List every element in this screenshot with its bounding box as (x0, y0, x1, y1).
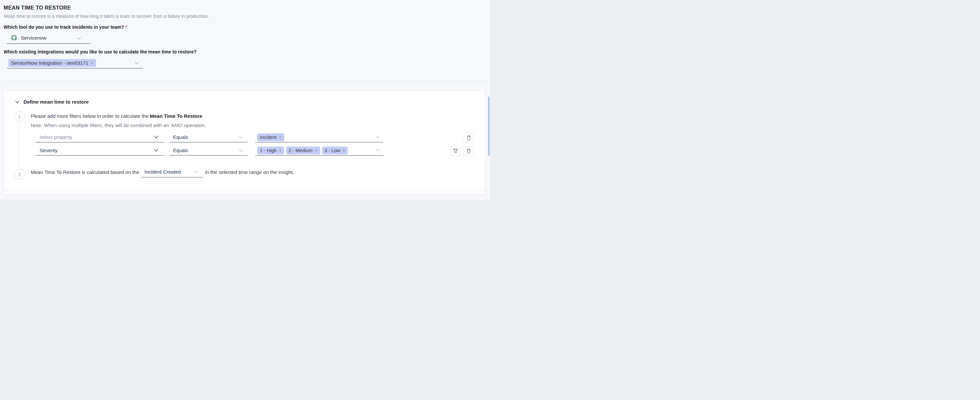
filter-row: select property Equals Incident × (4, 132, 485, 143)
integration-tag-label: ServiceNow Integration - ven03171 (11, 60, 88, 66)
delete-filter-button[interactable] (464, 133, 474, 143)
filter-settings-button[interactable] (450, 146, 461, 156)
tool-question-label: Which tool do you use to track incidents… (4, 24, 127, 30)
chevron-down-icon (134, 61, 139, 65)
step-1-number: 1 (18, 114, 21, 119)
step-1-instruction-text: Please add more filters below in order t… (31, 113, 150, 119)
value-tag-label: 1 - High (260, 148, 277, 153)
tool-select[interactable]: Servicenow (6, 33, 91, 44)
tag-remove-icon[interactable]: × (279, 148, 282, 153)
integrations-question-label: Which existing integrations would you li… (4, 49, 196, 54)
integrations-select[interactable]: ServiceNow Integration - ven03171 × (7, 58, 143, 69)
define-mttr-card: Define mean time to restore 1 Please add… (3, 90, 485, 195)
value-tag-label: 3 - Low (325, 148, 340, 153)
value-tag[interactable]: 2 - Medium × (286, 146, 320, 154)
event-type-select-value: Incident Created (144, 169, 181, 175)
vertical-scrollbar-thumb[interactable] (488, 96, 490, 156)
delete-filter-button[interactable] (464, 146, 474, 156)
page-subtitle: Mean time to restore is a measure of how… (4, 14, 209, 19)
funnel-icon (453, 149, 458, 154)
property-select-placeholder: select property (40, 134, 72, 140)
value-tag-label: Incident (260, 135, 277, 140)
chevron-down-icon (239, 149, 243, 152)
value-tag[interactable]: 3 - Low × (322, 146, 348, 154)
chevron-down-icon (76, 37, 81, 40)
value-tag-label: 2 - Medium (289, 148, 313, 153)
operator-select[interactable]: Equals (169, 146, 248, 156)
operator-select-value: Equals (173, 134, 188, 140)
chevron-down-icon (154, 149, 159, 152)
mean-time-to-restore-page: MEAN TIME TO RESTORE Mean time to restor… (0, 0, 490, 200)
property-select-value: Severity (40, 148, 57, 153)
value-tag[interactable]: Incident × (257, 133, 284, 141)
step-1-badge: 1 (14, 111, 25, 122)
chevron-down-icon (154, 135, 159, 139)
step-1-instruction-bold: Mean Time To Restore (150, 113, 202, 119)
chevron-down-icon (194, 170, 199, 173)
event-type-select[interactable]: Incident Created (141, 167, 203, 178)
required-asterisk: * (126, 24, 127, 30)
chevron-down-icon (375, 135, 380, 139)
step-1-instruction: Please add more filters below in order t… (31, 113, 202, 119)
card-footer-divider (4, 191, 485, 191)
step-2-text-suffix: in the selected time range on the insigh… (205, 169, 294, 175)
step-2-text-prefix: Mean Time To Restore is calculated based… (31, 169, 139, 175)
tag-remove-icon[interactable]: × (279, 135, 282, 140)
trash-icon (466, 149, 471, 154)
chevron-down-icon (239, 135, 243, 139)
chevron-down-icon (375, 149, 380, 152)
filter-row: Severity Equals 1 - High × 2 - Medium × (4, 146, 485, 156)
tag-remove-icon[interactable]: × (342, 148, 345, 153)
integration-tag[interactable]: ServiceNow Integration - ven03171 × (8, 59, 96, 67)
step-1-note: Note: When using multiple filters, they … (31, 122, 206, 129)
property-select[interactable]: Severity (35, 146, 164, 156)
value-multiselect[interactable]: Incident × (255, 132, 383, 143)
operator-select-value: Equals (173, 148, 188, 153)
property-select[interactable]: select property (35, 132, 164, 143)
value-multiselect[interactable]: 1 - High × 2 - Medium × 3 - Low × (255, 146, 383, 156)
operator-select[interactable]: Equals (169, 132, 248, 143)
chevron-down-icon[interactable] (15, 100, 20, 104)
tag-remove-icon[interactable]: × (91, 60, 93, 66)
tool-question-text: Which tool do you use to track incidents… (4, 24, 124, 30)
card-collapse-header[interactable]: Define mean time to restore (15, 99, 89, 105)
value-tag[interactable]: 1 - High × (257, 146, 284, 154)
page-title: MEAN TIME TO RESTORE (4, 5, 71, 11)
tool-select-value: Servicenow (21, 35, 46, 41)
servicenow-logo-icon (11, 34, 18, 41)
step-2-badge: 2 (14, 169, 25, 179)
trash-icon (466, 135, 471, 141)
tag-remove-icon[interactable]: × (315, 148, 318, 153)
step-2-instruction: Mean Time To Restore is calculated based… (31, 166, 294, 178)
card-header-title: Define mean time to restore (24, 99, 89, 105)
step-2-number: 2 (18, 171, 21, 177)
